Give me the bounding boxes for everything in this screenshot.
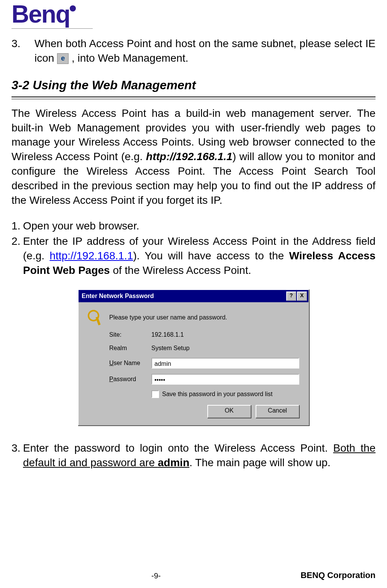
realm-label: Realm bbox=[109, 344, 151, 352]
close-button[interactable]: X bbox=[297, 292, 307, 301]
save-password-checkbox[interactable] bbox=[151, 390, 159, 398]
username-label: User Name bbox=[109, 359, 151, 367]
site-label: Site: bbox=[109, 331, 151, 339]
corp-name: BENQ Corporation bbox=[300, 570, 376, 580]
logo-area: Benq bbox=[11, 0, 376, 36]
dialog-title: Enter Network Password bbox=[82, 292, 285, 300]
step3b-underline-bold: admin bbox=[158, 457, 189, 468]
save-password-row[interactable]: Save this password in your password list bbox=[151, 390, 299, 398]
step-number: 2. bbox=[11, 234, 23, 277]
step-3-prior: 3. When both Access Point and host on th… bbox=[11, 36, 376, 66]
logo-text: Benq bbox=[11, 0, 70, 28]
cancel-button[interactable]: Cancel bbox=[256, 405, 299, 418]
step3b-text-a: Enter the password to login onto the Wir… bbox=[23, 442, 333, 454]
step-2-body: Enter the IP address of your Wireless Ac… bbox=[23, 234, 376, 277]
step3-text-b: , into Web Management. bbox=[72, 52, 189, 64]
benq-logo: Benq bbox=[11, 0, 93, 29]
site-value: 192.168.1.1 bbox=[151, 331, 299, 339]
password-label: Password bbox=[109, 375, 151, 383]
step-1: 1. Open your web browser. bbox=[11, 219, 376, 233]
step-2: 2. Enter the IP address of your Wireless… bbox=[11, 234, 376, 277]
password-input[interactable]: ••••• bbox=[151, 374, 299, 385]
logo-dot bbox=[70, 5, 76, 11]
help-button[interactable]: ? bbox=[286, 292, 296, 301]
heading-rule bbox=[11, 97, 376, 99]
dialog-titlebar: Enter Network Password ? X bbox=[79, 290, 308, 302]
step2-text-c: of the Wireless Access Point. bbox=[110, 264, 251, 276]
page-footer: -9- BENQ Corporation bbox=[11, 570, 376, 580]
step2-link[interactable]: http://192.168.1.1 bbox=[50, 250, 133, 262]
step3b-text-b: . The main page will show up. bbox=[189, 457, 330, 468]
intro-paragraph: The Wireless Access Point has a build-in… bbox=[11, 106, 376, 208]
ie-icon: e bbox=[57, 53, 69, 64]
username-input[interactable]: admin bbox=[151, 358, 299, 369]
step-number: 3. bbox=[11, 441, 23, 470]
page-number: -9- bbox=[11, 572, 300, 580]
realm-value: System Setup bbox=[151, 344, 299, 352]
step-3-login: 3. Enter the password to login onto the … bbox=[11, 441, 376, 470]
password-dialog: Enter Network Password ? X Please type y… bbox=[78, 289, 309, 426]
ok-button[interactable]: OK bbox=[207, 405, 251, 418]
step2-text-b: ). You will have access to the bbox=[133, 250, 289, 262]
intro-url-bold: http://192.168.1.1 bbox=[146, 151, 233, 162]
key-icon bbox=[88, 310, 103, 325]
step-body: When both Access Point and host on the s… bbox=[34, 36, 376, 66]
save-password-label: Save this password in your password list bbox=[162, 390, 272, 398]
step-1-text: Open your web browser. bbox=[23, 219, 376, 233]
step-number: 3. bbox=[11, 36, 34, 66]
dialog-prompt: Please type your user name and password. bbox=[109, 313, 227, 322]
section-heading-3-2: 3-2 Using the Web Management bbox=[11, 77, 376, 93]
step-number: 1. bbox=[11, 219, 23, 233]
dialog-prompt-row: Please type your user name and password. bbox=[88, 310, 299, 325]
